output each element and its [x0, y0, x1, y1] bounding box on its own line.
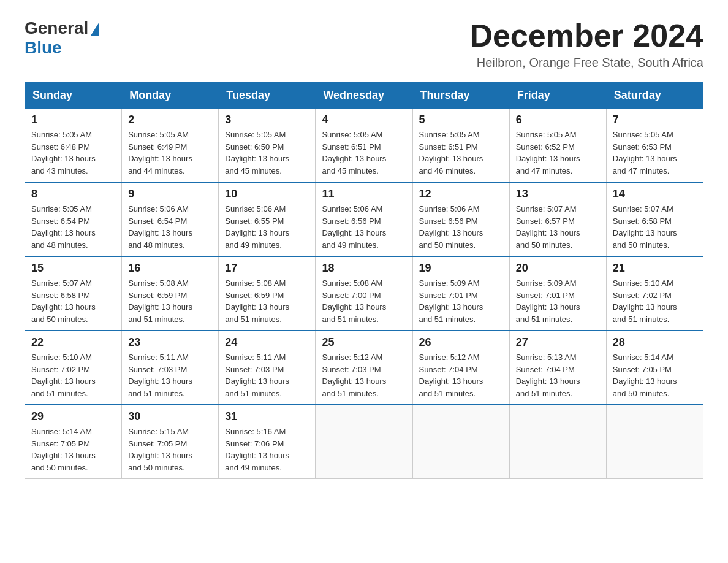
day-info: Sunrise: 5:09 AMSunset: 7:01 PMDaylight:…	[516, 277, 600, 325]
day-number: 9	[128, 188, 212, 201]
day-info: Sunrise: 5:07 AMSunset: 6:58 PMDaylight:…	[31, 277, 115, 325]
calendar-week-row: 15Sunrise: 5:07 AMSunset: 6:58 PMDayligh…	[25, 256, 703, 331]
day-number: 19	[419, 262, 503, 275]
day-info: Sunrise: 5:16 AMSunset: 7:06 PMDaylight:…	[225, 426, 309, 473]
day-number: 4	[322, 113, 406, 126]
calendar-cell: 2Sunrise: 5:05 AMSunset: 6:49 PMDaylight…	[122, 109, 219, 183]
calendar-cell: 22Sunrise: 5:10 AMSunset: 7:02 PMDayligh…	[25, 331, 122, 405]
day-number: 21	[613, 262, 697, 275]
calendar-cell: 19Sunrise: 5:09 AMSunset: 7:01 PMDayligh…	[412, 256, 509, 331]
day-number: 10	[225, 188, 309, 201]
day-number: 13	[516, 188, 600, 201]
day-info: Sunrise: 5:09 AMSunset: 7:01 PMDaylight:…	[419, 277, 503, 325]
day-info: Sunrise: 5:06 AMSunset: 6:54 PMDaylight:…	[128, 203, 212, 251]
day-number: 30	[128, 410, 212, 423]
page-header: General Blue December 2024 Heilbron, Ora…	[25, 18, 703, 70]
calendar-cell: 14Sunrise: 5:07 AMSunset: 6:58 PMDayligh…	[606, 182, 703, 256]
weekday-header-sunday: Sunday	[25, 83, 122, 109]
day-number: 22	[31, 336, 115, 349]
calendar-cell: 11Sunrise: 5:06 AMSunset: 6:56 PMDayligh…	[316, 182, 412, 256]
day-info: Sunrise: 5:11 AMSunset: 7:03 PMDaylight:…	[225, 351, 309, 399]
day-number: 25	[322, 336, 406, 349]
calendar-week-row: 8Sunrise: 5:05 AMSunset: 6:54 PMDaylight…	[25, 182, 703, 256]
day-number: 6	[516, 113, 600, 126]
day-number: 14	[613, 188, 697, 201]
day-info: Sunrise: 5:12 AMSunset: 7:03 PMDaylight:…	[322, 351, 406, 399]
calendar-cell: 4Sunrise: 5:05 AMSunset: 6:51 PMDaylight…	[316, 109, 412, 183]
calendar-cell: 13Sunrise: 5:07 AMSunset: 6:57 PMDayligh…	[509, 182, 606, 256]
day-number: 8	[31, 188, 115, 201]
logo: General Blue	[25, 18, 99, 58]
calendar-cell: 1Sunrise: 5:05 AMSunset: 6:48 PMDaylight…	[25, 109, 122, 183]
day-info: Sunrise: 5:05 AMSunset: 6:53 PMDaylight:…	[613, 129, 697, 177]
day-info: Sunrise: 5:05 AMSunset: 6:49 PMDaylight:…	[128, 129, 212, 177]
calendar-cell	[412, 405, 509, 479]
calendar-cell: 23Sunrise: 5:11 AMSunset: 7:03 PMDayligh…	[122, 331, 219, 405]
day-number: 23	[128, 336, 212, 349]
calendar-cell: 31Sunrise: 5:16 AMSunset: 7:06 PMDayligh…	[219, 405, 316, 479]
calendar-cell: 12Sunrise: 5:06 AMSunset: 6:56 PMDayligh…	[412, 182, 509, 256]
logo-general-text: General	[25, 18, 88, 38]
calendar-cell: 17Sunrise: 5:08 AMSunset: 6:59 PMDayligh…	[219, 256, 316, 331]
day-number: 12	[419, 188, 503, 201]
calendar-cell: 9Sunrise: 5:06 AMSunset: 6:54 PMDaylight…	[122, 182, 219, 256]
day-info: Sunrise: 5:06 AMSunset: 6:56 PMDaylight:…	[419, 203, 503, 251]
weekday-header-wednesday: Wednesday	[316, 83, 412, 109]
calendar-week-row: 22Sunrise: 5:10 AMSunset: 7:02 PMDayligh…	[25, 331, 703, 405]
calendar-cell: 24Sunrise: 5:11 AMSunset: 7:03 PMDayligh…	[219, 331, 316, 405]
day-info: Sunrise: 5:10 AMSunset: 7:02 PMDaylight:…	[31, 351, 115, 399]
calendar-cell: 3Sunrise: 5:05 AMSunset: 6:50 PMDaylight…	[219, 109, 316, 183]
day-number: 11	[322, 188, 406, 201]
logo-blue-text: Blue	[25, 38, 62, 58]
calendar-cell: 21Sunrise: 5:10 AMSunset: 7:02 PMDayligh…	[606, 256, 703, 331]
calendar-table: SundayMondayTuesdayWednesdayThursdayFrid…	[25, 82, 703, 479]
calendar-cell: 29Sunrise: 5:14 AMSunset: 7:05 PMDayligh…	[25, 405, 122, 479]
day-number: 26	[419, 336, 503, 349]
calendar-header-row: SundayMondayTuesdayWednesdayThursdayFrid…	[25, 83, 703, 109]
calendar-cell: 8Sunrise: 5:05 AMSunset: 6:54 PMDaylight…	[25, 182, 122, 256]
calendar-cell: 7Sunrise: 5:05 AMSunset: 6:53 PMDaylight…	[606, 109, 703, 183]
calendar-cell: 5Sunrise: 5:05 AMSunset: 6:51 PMDaylight…	[412, 109, 509, 183]
day-number: 31	[225, 410, 309, 423]
calendar-cell: 30Sunrise: 5:15 AMSunset: 7:05 PMDayligh…	[122, 405, 219, 479]
month-title: December 2024	[469, 18, 703, 53]
day-info: Sunrise: 5:15 AMSunset: 7:05 PMDaylight:…	[128, 426, 212, 473]
day-info: Sunrise: 5:12 AMSunset: 7:04 PMDaylight:…	[419, 351, 503, 399]
day-number: 18	[322, 262, 406, 275]
calendar-cell: 20Sunrise: 5:09 AMSunset: 7:01 PMDayligh…	[509, 256, 606, 331]
day-number: 16	[128, 262, 212, 275]
day-number: 7	[613, 113, 697, 126]
calendar-cell: 18Sunrise: 5:08 AMSunset: 7:00 PMDayligh…	[316, 256, 412, 331]
calendar-week-row: 1Sunrise: 5:05 AMSunset: 6:48 PMDaylight…	[25, 109, 703, 183]
calendar-cell: 15Sunrise: 5:07 AMSunset: 6:58 PMDayligh…	[25, 256, 122, 331]
calendar-cell: 25Sunrise: 5:12 AMSunset: 7:03 PMDayligh…	[316, 331, 412, 405]
weekday-header-saturday: Saturday	[606, 83, 703, 109]
calendar-week-row: 29Sunrise: 5:14 AMSunset: 7:05 PMDayligh…	[25, 405, 703, 479]
logo-triangle-icon	[91, 22, 99, 36]
day-number: 15	[31, 262, 115, 275]
day-number: 5	[419, 113, 503, 126]
day-info: Sunrise: 5:07 AMSunset: 6:58 PMDaylight:…	[613, 203, 697, 251]
day-info: Sunrise: 5:13 AMSunset: 7:04 PMDaylight:…	[516, 351, 600, 399]
day-number: 27	[516, 336, 600, 349]
calendar-cell: 27Sunrise: 5:13 AMSunset: 7:04 PMDayligh…	[509, 331, 606, 405]
day-number: 17	[225, 262, 309, 275]
day-info: Sunrise: 5:05 AMSunset: 6:50 PMDaylight:…	[225, 129, 309, 177]
day-number: 2	[128, 113, 212, 126]
calendar-cell	[606, 405, 703, 479]
day-number: 29	[31, 410, 115, 423]
calendar-cell: 16Sunrise: 5:08 AMSunset: 6:59 PMDayligh…	[122, 256, 219, 331]
day-info: Sunrise: 5:05 AMSunset: 6:51 PMDaylight:…	[322, 129, 406, 177]
day-info: Sunrise: 5:07 AMSunset: 6:57 PMDaylight:…	[516, 203, 600, 251]
calendar-cell	[509, 405, 606, 479]
day-number: 24	[225, 336, 309, 349]
day-info: Sunrise: 5:08 AMSunset: 6:59 PMDaylight:…	[225, 277, 309, 325]
day-info: Sunrise: 5:05 AMSunset: 6:51 PMDaylight:…	[419, 129, 503, 177]
day-info: Sunrise: 5:10 AMSunset: 7:02 PMDaylight:…	[613, 277, 697, 325]
weekday-header-friday: Friday	[509, 83, 606, 109]
day-info: Sunrise: 5:14 AMSunset: 7:05 PMDaylight:…	[31, 426, 115, 473]
day-number: 20	[516, 262, 600, 275]
day-info: Sunrise: 5:08 AMSunset: 7:00 PMDaylight:…	[322, 277, 406, 325]
calendar-cell: 6Sunrise: 5:05 AMSunset: 6:52 PMDaylight…	[509, 109, 606, 183]
day-number: 28	[613, 336, 697, 349]
